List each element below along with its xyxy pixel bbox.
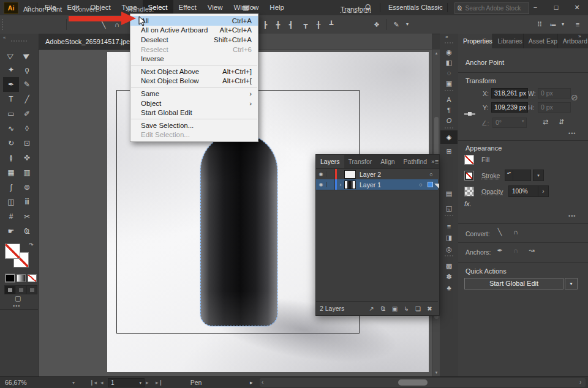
workspace-switcher[interactable]: Essentials Classic — [388, 0, 443, 15]
transparency-panel-icon[interactable]: ◎ — [440, 244, 458, 254]
paragraph-icon[interactable]: ¶ — [440, 105, 458, 115]
opacity-label[interactable]: Opacity — [481, 188, 503, 195]
convert-smooth-icon[interactable]: ∩ — [510, 228, 522, 236]
dock-drag-handle[interactable] — [445, 215, 453, 216]
color-icon[interactable]: ◉ — [440, 47, 458, 57]
minimize-button[interactable]: − — [526, 0, 545, 15]
search-input[interactable] — [464, 4, 526, 12]
dock-collapse-icon[interactable]: « — [445, 34, 448, 40]
flip-vertical-icon[interactable]: ⇵ — [559, 118, 564, 126]
y-value-field[interactable]: 109,239 px — [491, 102, 528, 113]
gradient-icon[interactable]: ◧ — [440, 58, 458, 67]
illustrator-logo[interactable]: Ai — [4, 2, 18, 14]
draw-normal-button[interactable] — [4, 285, 15, 294]
blend-tool[interactable]: ⊚ — [19, 180, 35, 195]
opentype-icon[interactable]: O — [440, 116, 458, 125]
curvature-tool[interactable]: ✎ — [19, 77, 35, 92]
start-global-edit-chevron[interactable]: ▾ — [565, 278, 578, 289]
panel-collapse-icon[interactable]: » — [578, 34, 581, 39]
hand-tool[interactable]: ☛ — [3, 224, 19, 239]
rotate-tool[interactable]: ↻ — [3, 136, 19, 151]
layers-icon[interactable]: ◈ — [440, 132, 458, 142]
make-clipping-mask-icon[interactable]: ▣ — [389, 305, 401, 312]
symbols-icon[interactable]: ♣ — [440, 283, 458, 293]
touch-workspace-icon[interactable]: ⠿ — [534, 19, 545, 30]
brushes-icon[interactable]: ✽ — [440, 272, 458, 282]
stroke-weight-chevron[interactable]: ▾ — [533, 170, 544, 181]
transform-link[interactable]: Transform — [341, 0, 371, 18]
type-tool[interactable]: T — [3, 92, 19, 106]
free-transform-tool[interactable]: ⊡ — [19, 136, 35, 151]
puppet-warp-tool[interactable]: ✜ — [19, 151, 35, 165]
tab-artboard[interactable]: Artboard — [558, 34, 588, 48]
stroke-swatch[interactable] — [464, 171, 474, 181]
none-button[interactable] — [28, 274, 37, 282]
maximize-button[interactable]: □ — [546, 0, 566, 15]
align-top-icon[interactable]: ┳ — [300, 19, 311, 30]
dock-drag-handle[interactable] — [445, 90, 453, 91]
menu-item-save-selection[interactable]: Save Selection... — [130, 121, 258, 130]
zoom-tool[interactable]: Ҩ — [19, 224, 35, 239]
artboard-chevron-icon[interactable]: ▾ — [139, 379, 141, 387]
stroke-icon[interactable]: ≡ — [440, 222, 458, 231]
layer-name[interactable]: Layer 1 — [360, 181, 414, 188]
selected-bottle-path[interactable] — [200, 133, 277, 326]
control-bar-drag-handle[interactable] — [2, 19, 4, 30]
toolbar-collapse-icon[interactable]: « — [3, 35, 6, 40]
align-middle-icon[interactable]: ╂ — [313, 19, 324, 30]
menu-item-all[interactable]: All Ctrl+A — [130, 16, 258, 26]
zoom-level[interactable]: 66,67% — [5, 377, 27, 388]
opacity-chevron[interactable]: › — [538, 185, 549, 197]
layer-row-1[interactable]: ◉ › Layer 1 ○ — [316, 179, 438, 190]
workspace-chevron-icon[interactable]: ▾ — [437, 0, 440, 15]
opacity-field[interactable]: 100% — [508, 185, 538, 197]
line-segment-tool[interactable]: ╱ — [19, 92, 35, 106]
menu-item-inverse[interactable]: Inverse — [130, 54, 258, 64]
menu-item-deselect[interactable]: Deselect Shift+Ctrl+A — [130, 35, 258, 45]
menu-item-next-object-below[interactable]: Next Object Below Alt+Ctrl+[ — [130, 76, 258, 86]
align-right-icon[interactable]: ┫ — [285, 19, 296, 30]
screen-mode-icon[interactable]: ▢ — [15, 294, 21, 302]
align-center-icon[interactable]: ╋ — [273, 19, 284, 30]
align-left-icon[interactable]: ┣ — [260, 19, 271, 30]
convert-anchor-icon[interactable]: ↝ — [526, 247, 538, 255]
last-artboard-icon[interactable]: ▸❙ — [156, 377, 163, 388]
x-value-field[interactable]: 318,261 px — [491, 88, 528, 99]
locate-object-icon[interactable]: Ҩ — [377, 305, 389, 312]
stroke-label[interactable]: Stroke — [481, 172, 500, 179]
start-global-edit-button[interactable]: Start Global Edit — [464, 278, 564, 289]
close-button[interactable]: ✕ — [567, 0, 587, 15]
previous-artboard-icon[interactable]: ◂ — [100, 377, 104, 388]
flip-horizontal-icon[interactable]: ⇄ — [543, 118, 548, 126]
horizontal-scrollbar-thumb[interactable] — [398, 379, 428, 386]
toolbar-more-icon[interactable]: ••• — [13, 303, 20, 309]
new-layer-icon[interactable]: ❏ — [412, 305, 424, 312]
menu-item-object[interactable]: Object › — [130, 99, 258, 108]
align-icon[interactable]: ▤ — [440, 188, 458, 198]
constrain-proportions-icon[interactable]: ⊘ — [570, 92, 579, 103]
paintbrush-tool[interactable]: ✐ — [19, 106, 35, 121]
selection-tool[interactable]: ▷ — [3, 48, 19, 62]
menu-item-all-on-active-artboard[interactable]: All on Active Artboard Alt+Ctrl+A — [130, 26, 258, 35]
layer-thumbnail[interactable] — [344, 170, 356, 179]
layer-thumbnail[interactable] — [344, 181, 356, 189]
eraser-tool[interactable]: ◊ — [19, 121, 35, 136]
character-icon[interactable]: A — [440, 95, 458, 105]
fill-swatch[interactable] — [5, 244, 20, 259]
artboards-icon[interactable]: ▩ — [440, 261, 458, 270]
tab-asset-export[interactable]: Asset Exp — [524, 34, 558, 48]
transform-icon[interactable]: ⊞ — [440, 146, 458, 156]
scroll-right-icon[interactable]: › — [579, 378, 581, 387]
column-graph-tool[interactable]: ⅲ — [19, 195, 35, 209]
layer-name[interactable]: Layer 2 — [360, 171, 424, 178]
draw-behind-button[interactable] — [15, 285, 26, 294]
stroke-weight-stepper[interactable]: ▴▾ — [505, 170, 513, 181]
dock-drag-handle[interactable] — [445, 42, 453, 43]
dock-drag-handle[interactable] — [445, 127, 453, 129]
stroke-weight-field[interactable] — [513, 170, 531, 181]
lock-cell[interactable] — [326, 169, 335, 179]
tab-pathfinder[interactable]: Pathfind — [399, 155, 432, 168]
pathfinder-icon[interactable]: ◱ — [440, 203, 458, 213]
add-anchor-icon[interactable]: ✒ — [494, 247, 506, 255]
shaper-tool[interactable]: ∿ — [3, 121, 19, 136]
